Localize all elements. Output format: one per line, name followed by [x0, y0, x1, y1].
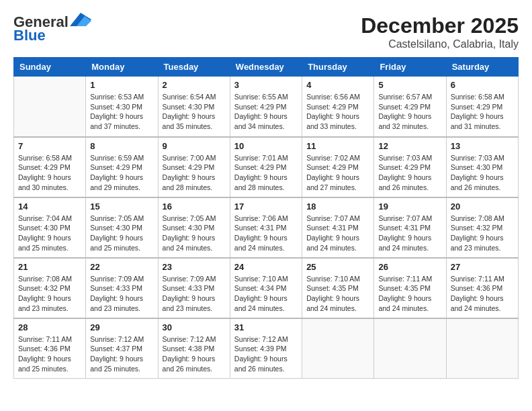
calendar-day-cell: 20Sunrise: 7:08 AMSunset: 4:32 PMDayligh…: [446, 197, 518, 258]
day-number: 26: [378, 262, 441, 272]
day-info: Sunrise: 7:09 AMSunset: 4:33 PMDaylight:…: [90, 274, 153, 314]
calendar-day-cell: 23Sunrise: 7:09 AMSunset: 4:33 PMDayligh…: [158, 258, 230, 318]
day-info: Sunrise: 7:05 AMSunset: 4:30 PMDaylight:…: [90, 214, 153, 253]
calendar-day-cell: 24Sunrise: 7:10 AMSunset: 4:34 PMDayligh…: [230, 258, 302, 318]
day-number: 22: [90, 262, 153, 272]
day-number: 12: [378, 141, 441, 151]
day-info: Sunrise: 7:05 AMSunset: 4:30 PMDaylight:…: [163, 214, 226, 253]
calendar-day-cell: 29Sunrise: 7:12 AMSunset: 4:37 PMDayligh…: [86, 318, 158, 379]
calendar-day-cell: 13Sunrise: 7:03 AMSunset: 4:30 PMDayligh…: [446, 137, 518, 197]
calendar-day-cell: 1Sunrise: 6:53 AMSunset: 4:30 PMDaylight…: [86, 77, 158, 137]
day-number: 11: [306, 141, 369, 151]
calendar-day-cell: 26Sunrise: 7:11 AMSunset: 4:35 PMDayligh…: [374, 258, 446, 318]
day-info: Sunrise: 7:11 AMSunset: 4:36 PMDaylight:…: [18, 334, 81, 374]
day-number: 4: [306, 80, 369, 90]
calendar-week-row: 1Sunrise: 6:53 AMSunset: 4:30 PMDaylight…: [14, 77, 519, 137]
calendar-header-row: Sunday Monday Tuesday Wednesday Thursday…: [14, 58, 519, 77]
day-number: 18: [306, 201, 369, 212]
title-block: December 2025 Castelsilano, Calabria, It…: [361, 13, 519, 50]
header-friday: Friday: [374, 58, 446, 77]
day-info: Sunrise: 7:03 AMSunset: 4:29 PMDaylight:…: [378, 153, 441, 193]
day-info: Sunrise: 6:58 AMSunset: 4:29 PMDaylight:…: [18, 153, 81, 193]
calendar-day-cell: 3Sunrise: 6:55 AMSunset: 4:29 PMDaylight…: [230, 77, 302, 137]
day-info: Sunrise: 6:55 AMSunset: 4:29 PMDaylight:…: [234, 92, 298, 132]
calendar-day-cell: 28Sunrise: 7:11 AMSunset: 4:36 PMDayligh…: [14, 318, 86, 379]
calendar-day-cell: [446, 318, 518, 379]
header-thursday: Thursday: [302, 58, 374, 77]
day-number: 13: [451, 141, 514, 151]
calendar-day-cell: 19Sunrise: 7:07 AMSunset: 4:31 PMDayligh…: [374, 197, 446, 258]
calendar-day-cell: 17Sunrise: 7:06 AMSunset: 4:31 PMDayligh…: [230, 197, 302, 258]
calendar-day-cell: 6Sunrise: 6:58 AMSunset: 4:29 PMDaylight…: [446, 77, 518, 137]
day-info: Sunrise: 6:58 AMSunset: 4:29 PMDaylight:…: [451, 92, 514, 132]
header-monday: Monday: [86, 58, 158, 77]
day-number: 25: [306, 262, 369, 272]
day-info: Sunrise: 7:00 AMSunset: 4:29 PMDaylight:…: [163, 153, 226, 193]
day-info: Sunrise: 7:07 AMSunset: 4:31 PMDaylight:…: [378, 214, 441, 253]
day-number: 8: [90, 141, 153, 151]
calendar-day-cell: 22Sunrise: 7:09 AMSunset: 4:33 PMDayligh…: [86, 258, 158, 318]
day-info: Sunrise: 7:10 AMSunset: 4:35 PMDaylight:…: [306, 274, 369, 314]
calendar-day-cell: 8Sunrise: 6:59 AMSunset: 4:29 PMDaylight…: [86, 137, 158, 197]
calendar-day-cell: 27Sunrise: 7:11 AMSunset: 4:36 PMDayligh…: [446, 258, 518, 318]
day-info: Sunrise: 7:07 AMSunset: 4:31 PMDaylight:…: [306, 214, 369, 253]
day-info: Sunrise: 7:12 AMSunset: 4:37 PMDaylight:…: [90, 334, 153, 374]
day-info: Sunrise: 7:03 AMSunset: 4:30 PMDaylight:…: [451, 153, 514, 193]
calendar-day-cell: 12Sunrise: 7:03 AMSunset: 4:29 PMDayligh…: [374, 137, 446, 197]
logo: General Blue: [13, 13, 91, 44]
day-number: 20: [451, 201, 514, 212]
calendar-day-cell: 15Sunrise: 7:05 AMSunset: 4:30 PMDayligh…: [86, 197, 158, 258]
calendar-day-cell: 11Sunrise: 7:02 AMSunset: 4:29 PMDayligh…: [302, 137, 374, 197]
calendar-day-cell: 2Sunrise: 6:54 AMSunset: 4:30 PMDaylight…: [158, 77, 230, 137]
calendar-day-cell: 10Sunrise: 7:01 AMSunset: 4:29 PMDayligh…: [230, 137, 302, 197]
day-number: 15: [90, 201, 153, 212]
day-info: Sunrise: 7:12 AMSunset: 4:38 PMDaylight:…: [163, 334, 226, 374]
day-info: Sunrise: 7:06 AMSunset: 4:31 PMDaylight:…: [234, 214, 298, 253]
calendar-subtitle: Castelsilano, Calabria, Italy: [361, 38, 519, 50]
calendar-week-row: 7Sunrise: 6:58 AMSunset: 4:29 PMDaylight…: [14, 137, 519, 197]
calendar-day-cell: 5Sunrise: 6:57 AMSunset: 4:29 PMDaylight…: [374, 77, 446, 137]
logo-icon: [70, 13, 91, 26]
day-info: Sunrise: 7:04 AMSunset: 4:30 PMDaylight:…: [18, 214, 81, 253]
day-info: Sunrise: 6:57 AMSunset: 4:29 PMDaylight:…: [378, 92, 441, 132]
calendar-day-cell: 7Sunrise: 6:58 AMSunset: 4:29 PMDaylight…: [14, 137, 86, 197]
calendar-week-row: 14Sunrise: 7:04 AMSunset: 4:30 PMDayligh…: [14, 197, 519, 258]
day-info: Sunrise: 7:12 AMSunset: 4:39 PMDaylight:…: [234, 334, 298, 374]
day-number: 10: [234, 141, 298, 151]
calendar-day-cell: 21Sunrise: 7:08 AMSunset: 4:32 PMDayligh…: [14, 258, 86, 318]
header-saturday: Saturday: [446, 58, 518, 77]
day-info: Sunrise: 6:56 AMSunset: 4:29 PMDaylight:…: [306, 92, 369, 132]
day-number: 30: [163, 322, 226, 332]
logo-blue: Blue: [13, 27, 46, 44]
day-number: 6: [451, 80, 514, 90]
calendar-day-cell: 18Sunrise: 7:07 AMSunset: 4:31 PMDayligh…: [302, 197, 374, 258]
day-number: 28: [18, 322, 81, 332]
calendar-day-cell: 30Sunrise: 7:12 AMSunset: 4:38 PMDayligh…: [158, 318, 230, 379]
header-sunday: Sunday: [14, 58, 86, 77]
day-number: 3: [234, 80, 298, 90]
day-number: 7: [18, 141, 81, 151]
day-number: 14: [18, 201, 81, 212]
day-info: Sunrise: 7:08 AMSunset: 4:32 PMDaylight:…: [451, 214, 514, 253]
calendar-title: December 2025: [361, 13, 519, 38]
day-number: 23: [163, 262, 226, 272]
day-info: Sunrise: 7:01 AMSunset: 4:29 PMDaylight:…: [234, 153, 298, 193]
calendar-day-cell: 16Sunrise: 7:05 AMSunset: 4:30 PMDayligh…: [158, 197, 230, 258]
calendar-week-row: 21Sunrise: 7:08 AMSunset: 4:32 PMDayligh…: [14, 258, 519, 318]
day-number: 5: [378, 80, 441, 90]
day-number: 1: [90, 80, 153, 90]
calendar-day-cell: [302, 318, 374, 379]
day-number: 24: [234, 262, 298, 272]
day-number: 16: [163, 201, 226, 212]
calendar-week-row: 28Sunrise: 7:11 AMSunset: 4:36 PMDayligh…: [14, 318, 519, 379]
day-info: Sunrise: 7:09 AMSunset: 4:33 PMDaylight:…: [163, 274, 226, 314]
day-info: Sunrise: 7:11 AMSunset: 4:36 PMDaylight:…: [451, 274, 514, 314]
day-info: Sunrise: 7:02 AMSunset: 4:29 PMDaylight:…: [306, 153, 369, 193]
day-number: 21: [18, 262, 81, 272]
day-number: 2: [163, 80, 226, 90]
day-info: Sunrise: 7:08 AMSunset: 4:32 PMDaylight:…: [18, 274, 81, 314]
day-number: 27: [451, 262, 514, 272]
day-number: 19: [378, 201, 441, 212]
day-number: 9: [163, 141, 226, 151]
day-number: 17: [234, 201, 298, 212]
